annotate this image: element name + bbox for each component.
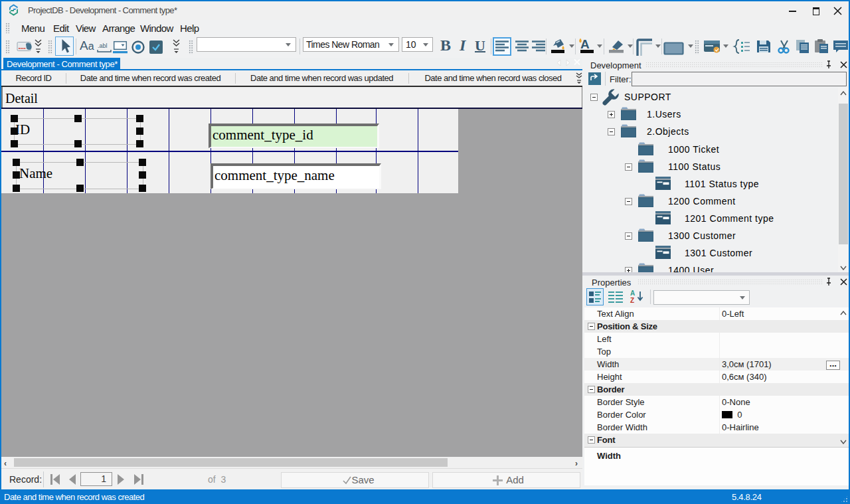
svg-text:A: A bbox=[630, 290, 635, 297]
svg-text:.abl: .abl bbox=[98, 42, 108, 49]
svg-text:Z: Z bbox=[630, 297, 634, 304]
